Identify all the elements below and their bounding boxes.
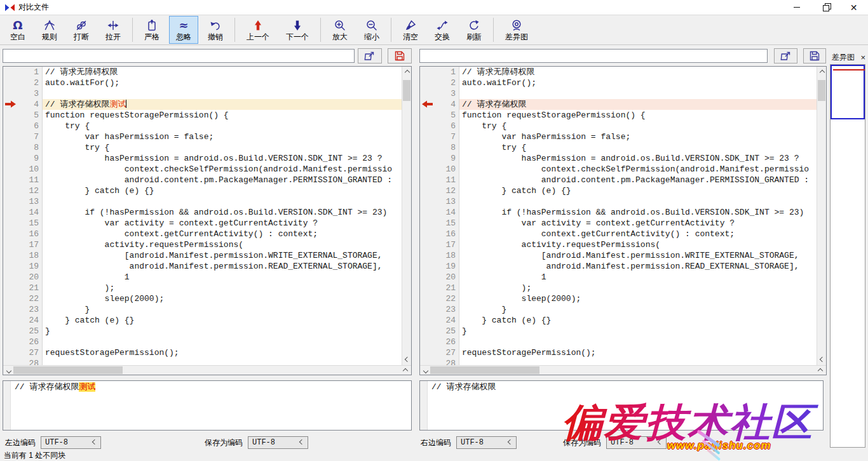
code-line[interactable]: 7 var hasPermission = false; <box>3 131 402 142</box>
right-save-button[interactable] <box>803 48 826 63</box>
code-line[interactable]: 26 <box>3 337 402 347</box>
code-line[interactable]: 25} <box>420 326 817 337</box>
code-line[interactable]: 21 ); <box>420 283 817 293</box>
scrollbar-thumb[interactable] <box>403 80 410 101</box>
code-line[interactable]: 27requestStoragePermission(); <box>3 347 402 358</box>
toolbar-button-prev[interactable]: 上一个 <box>240 16 276 44</box>
code-line[interactable]: 9 hasPermission = android.os.Build.VERSI… <box>3 153 402 164</box>
left-save-encoding-select[interactable]: UTF-8 <box>248 436 308 449</box>
diffmap-viewport[interactable] <box>831 65 865 119</box>
code-line[interactable]: 13 <box>420 196 817 207</box>
code-line[interactable]: 23 } <box>3 304 402 315</box>
code-line[interactable]: 16 context.getCurrentActivity() : contex… <box>420 229 817 239</box>
code-line[interactable]: 11 android.content.pm.PackageManager.PER… <box>3 175 402 185</box>
toolbar-button-break[interactable]: 打断 <box>67 16 96 44</box>
code-line[interactable]: 19 android.Manifest.permission.READ_EXTE… <box>3 261 402 272</box>
code-line[interactable]: 3 <box>3 88 402 99</box>
toolbar-button-undo[interactable]: 撤销 <box>201 16 230 44</box>
code-line[interactable]: 11 android.content.pm.PackageManager.PER… <box>420 175 817 185</box>
right-vertical-scrollbar[interactable] <box>817 67 826 365</box>
code-line[interactable]: 8 try { <box>3 142 402 153</box>
code-line[interactable]: 24 } catch (e) {} <box>420 315 817 326</box>
diffmap-overview[interactable] <box>830 64 865 448</box>
line-number: 24 <box>3 315 43 326</box>
code-text: if (!hasPermission && android.os.Build.V… <box>459 207 817 218</box>
left-code-area[interactable]: 1// 请求无障碍权限2auto.waitFor();34// 请求存储权限测试… <box>3 67 402 365</box>
toolbar-button-ignore[interactable]: ≈忽略 <box>169 16 198 44</box>
code-line[interactable]: 12 } catch (e) {} <box>3 185 402 196</box>
code-line[interactable]: 2auto.waitFor(); <box>3 77 402 88</box>
code-line[interactable]: 14 if (!hasPermission && android.os.Buil… <box>3 207 402 218</box>
close-button[interactable]: ✕ <box>839 0 868 15</box>
toolbar-button-next[interactable]: 下一个 <box>279 16 316 44</box>
code-line[interactable]: 2auto.waitFor(); <box>420 77 817 88</box>
left-save-button[interactable] <box>388 48 412 63</box>
code-line[interactable]: 8 try { <box>420 142 817 153</box>
code-line[interactable]: 28 <box>3 358 402 365</box>
toolbar-button-pull[interactable]: 拉开 <box>98 16 128 44</box>
code-line[interactable]: 14 if (!hasPermission && android.os.Buil… <box>420 207 817 218</box>
code-line[interactable]: 26 <box>420 337 817 347</box>
diffmap-close-icon[interactable]: × <box>860 53 865 62</box>
code-line[interactable]: 23 } <box>420 304 817 315</box>
code-line[interactable]: 7 var hasPermission = false; <box>420 131 817 142</box>
code-line[interactable]: 18 [android.Manifest.permission.WRITE_EX… <box>420 250 817 261</box>
scrollbar-thumb[interactable] <box>430 366 539 374</box>
toolbar-button-swap[interactable]: 交换 <box>428 16 457 44</box>
code-line[interactable]: 13 <box>3 196 402 207</box>
code-line[interactable]: 17 activity.requestPermissions( <box>3 239 402 250</box>
code-line[interactable]: 1// 请求无障碍权限 <box>420 67 817 77</box>
code-line[interactable]: 15 var activity = context.getCurrentActi… <box>420 218 817 229</box>
code-line[interactable]: 5function requestStoragePermission() { <box>3 110 402 121</box>
left-vertical-scrollbar[interactable] <box>402 67 411 365</box>
scrollbar-thumb[interactable] <box>818 80 825 101</box>
code-line[interactable]: 6 try { <box>3 121 402 131</box>
code-line[interactable]: 3 <box>420 88 817 99</box>
code-line[interactable]: 4// 请求存储权限测试 <box>3 99 402 110</box>
right-encoding-select[interactable]: UTF-8 <box>456 436 517 449</box>
code-line[interactable]: 19 android.Manifest.permission.READ_EXTE… <box>420 261 817 272</box>
toolbar-button-refresh[interactable]: 刷新 <box>459 16 489 44</box>
code-line[interactable]: 10 context.checkSelfPermission(android.M… <box>420 164 817 175</box>
code-line[interactable]: 15 var activity = context.getCurrentActi… <box>3 218 402 229</box>
left-file-path-input[interactable] <box>3 49 355 63</box>
restore-button[interactable] <box>811 0 839 15</box>
left-horizontal-scrollbar[interactable] <box>3 365 411 375</box>
toolbar-button-rule[interactable]: 规则 <box>35 16 64 44</box>
right-save-encoding-select[interactable]: UTF-8 <box>606 436 667 449</box>
right-open-button[interactable] <box>774 48 797 63</box>
code-line[interactable]: 18 [android.Manifest.permission.WRITE_EX… <box>3 250 402 261</box>
code-line[interactable]: 20 1 <box>3 272 402 283</box>
toolbar-button-zoomin[interactable]: 放大 <box>325 16 355 44</box>
right-horizontal-scrollbar[interactable] <box>420 365 826 375</box>
code-line[interactable]: 28 <box>420 358 817 365</box>
code-line[interactable]: 5function requestStoragePermission() { <box>420 110 817 121</box>
code-line[interactable]: 25} <box>3 326 402 337</box>
code-line[interactable]: 17 activity.requestPermissions( <box>420 239 817 250</box>
toolbar-button-omega[interactable]: Ω空白 <box>3 16 32 44</box>
code-line[interactable]: 22 sleep(2000); <box>420 293 817 304</box>
code-line[interactable]: 12 } catch (e) {} <box>420 185 817 196</box>
scrollbar-thumb[interactable] <box>13 366 123 374</box>
toolbar-button-strict[interactable]: 严格 <box>137 16 166 44</box>
toolbar-button-diffmap[interactable]: 差异图 <box>498 16 535 44</box>
left-open-button[interactable] <box>358 48 382 63</box>
code-line[interactable]: 10 context.checkSelfPermission(android.M… <box>3 164 402 175</box>
code-line[interactable]: 6 try { <box>420 121 817 131</box>
code-line[interactable]: 16 context.getCurrentActivity() : contex… <box>3 229 402 239</box>
code-line[interactable]: 20 1 <box>420 272 817 283</box>
minimize-button[interactable] <box>782 0 811 15</box>
toolbar-button-clear[interactable]: 清空 <box>396 16 425 44</box>
code-line[interactable]: 27requestStoragePermission(); <box>420 347 817 358</box>
code-line[interactable]: 9 hasPermission = android.os.Build.VERSI… <box>420 153 817 164</box>
code-line[interactable]: 21 ); <box>3 283 402 293</box>
toolbar-button-zoomout[interactable]: 缩小 <box>357 16 386 44</box>
code-line[interactable]: 22 sleep(2000); <box>3 293 402 304</box>
diffmap-header: 差异图 × <box>831 50 866 64</box>
code-line[interactable]: 1// 请求无障碍权限 <box>3 67 402 77</box>
code-line[interactable]: 4// 请求存储权限 <box>420 99 817 110</box>
right-code-area[interactable]: 1// 请求无障碍权限2auto.waitFor();34// 请求存储权限5f… <box>420 67 817 365</box>
right-file-path-input[interactable] <box>419 49 768 63</box>
code-line[interactable]: 24 } catch (e) {} <box>3 315 402 326</box>
left-encoding-select[interactable]: UTF-8 <box>41 436 101 449</box>
